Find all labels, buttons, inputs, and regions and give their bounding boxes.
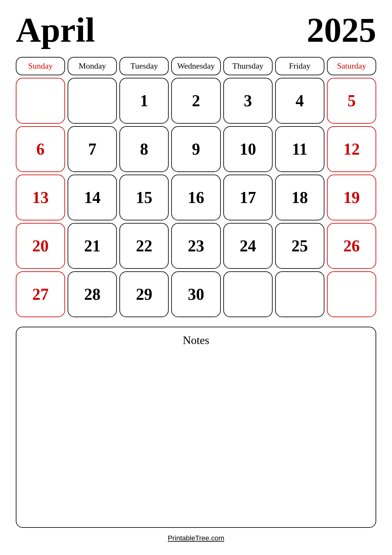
day-9: 9 <box>171 126 220 172</box>
day-12: 12 <box>327 126 376 172</box>
day-empty-sat <box>327 271 376 317</box>
day-22: 22 <box>119 223 169 269</box>
day-24: 24 <box>223 223 273 269</box>
weekday-tuesday: Tuesday <box>119 57 169 75</box>
day-2: 2 <box>171 78 220 124</box>
day-1: 1 <box>119 78 169 124</box>
day-16: 16 <box>171 175 220 220</box>
day-5: 5 <box>327 78 376 124</box>
day-empty-thu <box>223 271 273 317</box>
day-8: 8 <box>119 126 169 172</box>
day-28: 28 <box>68 271 117 317</box>
day-empty-1 <box>16 78 65 124</box>
year-title: 2025 <box>307 13 376 47</box>
weekday-wednesday: Wednesday <box>171 57 220 75</box>
calendar-page: April 2025 Sunday Monday Tuesday Wednesd… <box>0 0 392 555</box>
day-29: 29 <box>119 271 169 317</box>
day-18: 18 <box>275 175 324 220</box>
day-empty-2 <box>68 78 117 124</box>
day-4: 4 <box>275 78 324 124</box>
day-27: 27 <box>16 271 65 317</box>
notes-title: Notes <box>23 334 369 347</box>
day-20: 20 <box>16 223 65 269</box>
day-10: 10 <box>223 126 273 172</box>
day-11: 11 <box>275 126 324 172</box>
calendar-header: April 2025 <box>16 13 376 47</box>
weekday-thursday: Thursday <box>223 57 273 75</box>
day-14: 14 <box>68 175 117 220</box>
day-19: 19 <box>327 175 376 220</box>
month-title: April <box>16 13 95 47</box>
notes-section[interactable]: Notes <box>16 327 376 528</box>
day-3: 3 <box>223 78 273 124</box>
weekday-sunday: Sunday <box>16 57 65 75</box>
day-25: 25 <box>275 223 324 269</box>
day-6: 6 <box>16 126 65 172</box>
day-26: 26 <box>327 223 376 269</box>
day-21: 21 <box>68 223 117 269</box>
calendar-grid: Sunday Monday Tuesday Wednesday Thursday… <box>16 57 376 317</box>
weekday-monday: Monday <box>68 57 117 75</box>
day-13: 13 <box>16 175 65 220</box>
footer-link[interactable]: PrintableTree.com <box>16 534 376 542</box>
day-23: 23 <box>171 223 220 269</box>
day-7: 7 <box>68 126 117 172</box>
day-empty-fri <box>275 271 324 317</box>
day-15: 15 <box>119 175 169 220</box>
weekday-friday: Friday <box>275 57 324 75</box>
day-30: 30 <box>171 271 220 317</box>
day-17: 17 <box>223 175 273 220</box>
weekday-saturday: Saturday <box>327 57 376 75</box>
